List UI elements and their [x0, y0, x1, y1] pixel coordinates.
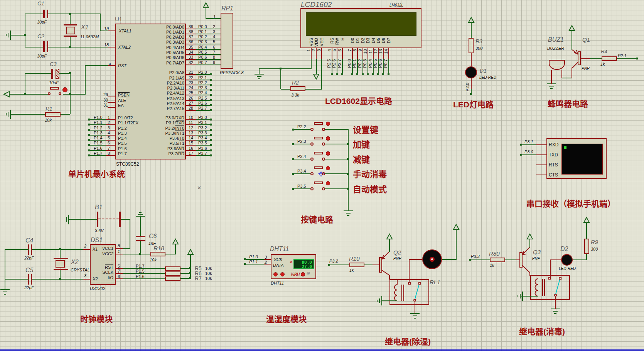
- resistor-body[interactable]: [165, 271, 180, 276]
- net-label: P2.4: [198, 90, 207, 95]
- pin-name-overlined: T1: [179, 141, 184, 146]
- q3-ref: Q3: [533, 249, 541, 255]
- resistor-body[interactable]: [165, 276, 180, 281]
- respack-rp1[interactable]: [221, 13, 233, 69]
- wire: [60, 270, 61, 280]
- resistor-r9[interactable]: [584, 239, 589, 254]
- push-button-cap[interactable]: [314, 152, 323, 154]
- push-button-cap[interactable]: [314, 137, 323, 139]
- battery-plate[interactable]: [97, 212, 98, 227]
- resistor-r4[interactable]: [602, 56, 617, 61]
- pin-name: P3.4/T0: [139, 136, 184, 141]
- dht-temp-button[interactable]: [280, 272, 285, 276]
- push-button-contact[interactable]: [322, 142, 325, 146]
- resistor-r2[interactable]: [290, 86, 305, 91]
- power-arrow-icon: [188, 249, 193, 254]
- resistor-r3[interactable]: [469, 38, 474, 53]
- pin-stub: [264, 264, 271, 265]
- d1-part: LED-RED: [479, 75, 496, 80]
- crystal-x1[interactable]: [66, 27, 75, 34]
- capacitor-plate[interactable]: [43, 41, 45, 52]
- push-button-contact[interactable]: [322, 172, 325, 175]
- wire: [586, 254, 587, 260]
- pin-stub: [116, 278, 123, 279]
- schematic-canvas: { "colors":{"wire_green":"#1c641c","comp…: [0, 0, 644, 351]
- power-arrow-icon: [527, 234, 533, 239]
- junction-dot: [362, 73, 364, 75]
- pin-number: 6: [337, 49, 342, 51]
- button-actuator-icon[interactable]: [326, 181, 330, 185]
- reset-button-cap[interactable]: [50, 87, 59, 90]
- capacitor-plate[interactable]: [51, 69, 53, 79]
- push-button-contact[interactable]: [310, 187, 314, 190]
- resistor-value: 10k: [205, 276, 212, 281]
- junction-dot: [388, 73, 389, 75]
- pin-name: ALE: [118, 98, 126, 103]
- push-button-cap[interactable]: [314, 166, 323, 169]
- lcd-pin: D1 8 P0.1: [355, 37, 360, 76]
- pin-name: P0.4/AD4: [139, 45, 184, 50]
- resistor-r1[interactable]: [45, 112, 61, 117]
- pin-name: P3.1/TXD: [139, 120, 184, 125]
- r4-value: 1k: [600, 62, 605, 66]
- resistor-value: 10k: [205, 266, 212, 271]
- reset-button-contact[interactable]: [48, 92, 51, 95]
- pin-name: P0.3/AD3: [139, 40, 184, 44]
- reset-button-contact[interactable]: [59, 92, 61, 95]
- ground-icon: [6, 31, 25, 40]
- pin-name: SCLK: [92, 270, 113, 275]
- wire: [471, 53, 472, 66]
- led-d2[interactable]: [561, 254, 573, 266]
- led-d1[interactable]: [465, 66, 477, 78]
- dht-clock-button[interactable]: [273, 272, 278, 276]
- capacitor-plate[interactable]: [47, 10, 48, 18]
- rp1-part: RESPACK-8: [220, 70, 244, 75]
- net-label: P0.0: [347, 59, 352, 68]
- transistor-q2-base-bar[interactable]: [379, 257, 382, 273]
- pin-name-text: P3.4/T0: [169, 136, 184, 141]
- dht-ref: DHT11: [270, 246, 289, 253]
- lcd-part: LM032L: [389, 3, 403, 7]
- ds1-ref: DS1: [91, 237, 103, 244]
- key-row: P2.2 设置键: [292, 126, 408, 141]
- pin-name: CTS: [549, 172, 558, 178]
- q1-type: PNP: [582, 66, 590, 71]
- capacitor-plate[interactable]: [136, 236, 145, 237]
- pin-name: RXD: [549, 142, 558, 148]
- resistor-r18[interactable]: [150, 252, 165, 256]
- r10-ref: R10: [349, 255, 360, 262]
- push-button-contact[interactable]: [310, 158, 314, 161]
- push-button-contact[interactable]: [310, 172, 314, 175]
- power-arrow-icon: [569, 25, 575, 31]
- capacitor-c3-polarized-plate[interactable]: [56, 69, 59, 79]
- dht-adjust-button[interactable]: [301, 272, 305, 276]
- button-actuator-icon[interactable]: [326, 151, 330, 156]
- push-button-contact[interactable]: [310, 142, 314, 146]
- rp1-ref: RP1: [221, 5, 233, 12]
- push-button-contact[interactable]: [322, 128, 325, 131]
- ground-icon: [377, 296, 382, 305]
- button-actuator-icon[interactable]: [326, 122, 330, 126]
- r9-value: 300: [591, 247, 598, 251]
- wire: [325, 188, 349, 189]
- push-button-contact[interactable]: [322, 158, 325, 161]
- buzzer-body[interactable]: [549, 60, 565, 70]
- resistor-r80[interactable]: [490, 258, 505, 262]
- resistor-r10[interactable]: [349, 263, 364, 267]
- pin-name: RS: [330, 38, 334, 44]
- capacitor-plate[interactable]: [43, 10, 45, 18]
- transistor-q3-base-bar[interactable]: [519, 252, 523, 268]
- crystal-x2[interactable]: [56, 260, 65, 268]
- push-button-contact[interactable]: [322, 187, 325, 190]
- q3-type: PNP: [532, 256, 540, 261]
- button-actuator-icon[interactable]: [62, 87, 67, 92]
- push-button-contact[interactable]: [310, 128, 314, 131]
- push-button-cap[interactable]: [314, 181, 323, 184]
- respack-pin-number: 8: [213, 55, 215, 59]
- push-button-cap[interactable]: [314, 122, 323, 125]
- capacitor-plate[interactable]: [47, 41, 48, 52]
- net-label: P2.6: [198, 101, 207, 105]
- resistor-body[interactable]: [165, 266, 180, 271]
- pin-stub: [388, 48, 389, 59]
- junction-dot: [377, 73, 379, 75]
